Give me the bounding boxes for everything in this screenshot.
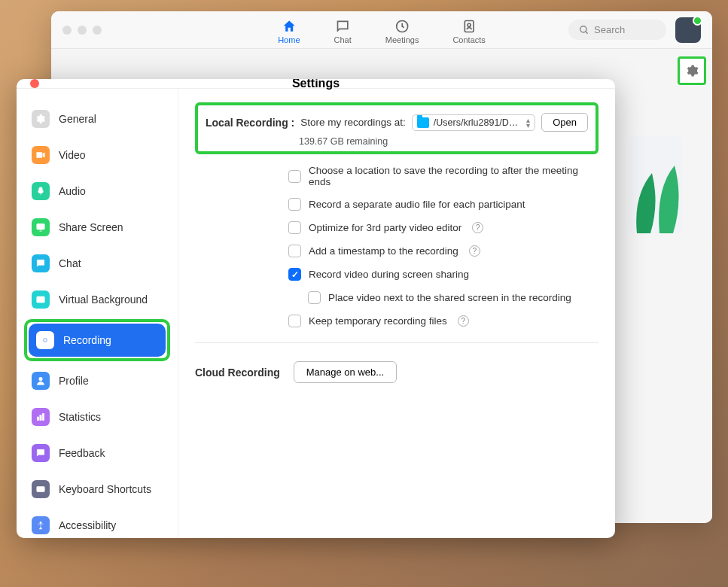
checkbox-timestamp[interactable] bbox=[288, 245, 301, 257]
settings-content: Local Recording : Store my recordings at… bbox=[178, 89, 615, 538]
gear-icon bbox=[685, 64, 699, 78]
chat-icon bbox=[32, 254, 50, 272]
general-icon bbox=[32, 110, 50, 128]
minimize-dot-disabled bbox=[78, 26, 87, 35]
svg-point-3 bbox=[580, 26, 586, 32]
option-place-video-next: Place video next to the shared screen in… bbox=[195, 291, 599, 304]
tab-label: Chat bbox=[334, 35, 352, 44]
tab-chat[interactable]: Chat bbox=[334, 16, 352, 44]
sidebar-item-chat[interactable]: Chat bbox=[24, 247, 170, 280]
option-timestamp: Add a timestamp to the recording? bbox=[195, 245, 599, 257]
dropdown-chevrons-icon: ▴▾ bbox=[526, 117, 530, 128]
checkbox-choose-location[interactable] bbox=[288, 170, 301, 183]
accessibility-icon bbox=[32, 516, 50, 534]
sidebar-item-statistics[interactable]: Statistics bbox=[24, 400, 170, 433]
virtual-background-icon bbox=[32, 290, 50, 309]
svg-rect-18 bbox=[37, 487, 45, 492]
sidebar-item-feedback[interactable]: Feedback bbox=[24, 436, 170, 470]
checkbox-place-video-next[interactable] bbox=[308, 291, 321, 304]
sidebar-item-label: Audio bbox=[59, 185, 86, 197]
sidebar-item-label: Virtual Background bbox=[59, 294, 148, 306]
sidebar-item-keyboard-shortcuts[interactable]: Keyboard Shortcuts bbox=[24, 473, 170, 506]
tab-label: Home bbox=[278, 35, 300, 44]
local-recording-section: Local Recording : Store my recordings at… bbox=[195, 102, 599, 154]
avatar[interactable] bbox=[675, 17, 701, 43]
profile-icon bbox=[32, 372, 50, 390]
open-button[interactable]: Open bbox=[541, 113, 588, 132]
cloud-recording-section: Cloud Recording Manage on web... bbox=[195, 361, 599, 383]
sidebar-item-video[interactable]: Video bbox=[24, 138, 170, 172]
sidebar-item-label: Recording bbox=[63, 334, 111, 346]
search-icon bbox=[579, 25, 589, 35]
local-recording-label: Local Recording : bbox=[206, 117, 294, 129]
sidebar-item-share-screen[interactable]: Share Screen bbox=[24, 211, 170, 244]
sidebar-item-label: Feedback bbox=[59, 447, 105, 459]
option-label: Optimize for 3rd party video editor bbox=[309, 222, 461, 233]
sidebar-item-label: General bbox=[59, 113, 96, 125]
svg-rect-6 bbox=[37, 224, 45, 230]
tab-meetings[interactable]: Meetings bbox=[385, 16, 419, 44]
help-icon[interactable]: ? bbox=[472, 222, 483, 233]
tab-contacts[interactable]: Contacts bbox=[452, 16, 485, 44]
decorative-image bbox=[629, 135, 682, 233]
checkbox-separate-audio[interactable] bbox=[288, 198, 301, 211]
svg-point-16 bbox=[40, 452, 41, 452]
statistics-icon bbox=[32, 408, 50, 426]
recording-path-picker[interactable]: /Users/krlu2891/Docum… ▴▾ bbox=[412, 114, 535, 131]
help-icon[interactable]: ? bbox=[458, 315, 469, 327]
option-record-video-share: Record video during screen sharing bbox=[195, 268, 599, 281]
checkbox-record-video-share[interactable] bbox=[288, 268, 301, 281]
settings-body: GeneralVideoAudioShare ScreenChatVirtual… bbox=[17, 89, 615, 538]
folder-icon bbox=[417, 117, 429, 128]
sidebar-item-label: Chat bbox=[59, 257, 81, 269]
svg-point-19 bbox=[40, 522, 41, 523]
svg-point-10 bbox=[44, 339, 47, 342]
search-input[interactable]: Search bbox=[568, 20, 666, 40]
option-label: Add a timestamp to the recording bbox=[309, 245, 458, 257]
option-label: Choose a location to save the recording … bbox=[309, 165, 599, 187]
sidebar-item-general[interactable]: General bbox=[24, 102, 170, 135]
option-label: Keep temporary recording files bbox=[309, 315, 447, 327]
tab-label: Meetings bbox=[385, 35, 419, 44]
tab-label: Contacts bbox=[452, 35, 485, 44]
audio-icon bbox=[32, 182, 50, 200]
checkbox-optimize-3rd[interactable] bbox=[288, 221, 301, 234]
settings-gear-button[interactable] bbox=[678, 56, 706, 85]
svg-point-2 bbox=[468, 23, 471, 26]
settings-titlebar: Settings bbox=[17, 79, 615, 89]
highlight-box: Recording bbox=[24, 319, 170, 361]
feedback-icon bbox=[32, 444, 50, 462]
svg-rect-14 bbox=[42, 413, 44, 420]
manage-on-web-button[interactable]: Manage on web... bbox=[294, 361, 397, 383]
sidebar-item-accessibility[interactable]: Accessibility bbox=[24, 509, 170, 538]
cloud-recording-label: Cloud Recording bbox=[195, 366, 280, 379]
meetings-icon bbox=[394, 19, 410, 34]
tab-home[interactable]: Home bbox=[278, 16, 300, 44]
recording-path-text: /Users/krlu2891/Docum… bbox=[434, 117, 522, 128]
zoom-dot-disabled bbox=[93, 26, 102, 35]
sidebar-item-label: Share Screen bbox=[59, 221, 123, 233]
close-button[interactable] bbox=[30, 79, 39, 88]
store-recordings-label: Store my recordings at: bbox=[300, 117, 406, 128]
sidebar-item-profile[interactable]: Profile bbox=[24, 364, 170, 397]
main-tabs: HomeChatMeetingsContacts bbox=[278, 16, 486, 44]
sidebar-item-audio[interactable]: Audio bbox=[24, 175, 170, 208]
main-titlebar: HomeChatMeetingsContacts Search bbox=[51, 11, 712, 49]
checkbox-keep-temp[interactable] bbox=[288, 315, 301, 327]
option-label: Place video next to the shared screen in… bbox=[328, 292, 571, 303]
traffic-lights bbox=[62, 26, 102, 35]
svg-point-17 bbox=[41, 452, 42, 452]
svg-line-4 bbox=[586, 31, 588, 33]
svg-point-15 bbox=[39, 452, 40, 452]
help-icon[interactable]: ? bbox=[469, 245, 480, 257]
chat-icon bbox=[335, 19, 350, 34]
sidebar-item-recording[interactable]: Recording bbox=[29, 324, 166, 357]
option-label: Record a separate audio file for each pa… bbox=[309, 199, 525, 210]
option-optimize-3rd: Optimize for 3rd party video editor? bbox=[195, 221, 599, 234]
sidebar-item-virtual-background[interactable]: Virtual Background bbox=[24, 283, 170, 316]
video-icon bbox=[32, 146, 50, 164]
option-choose-location: Choose a location to save the recording … bbox=[195, 165, 599, 187]
storage-remaining: 139.67 GB remaining bbox=[299, 136, 588, 147]
option-keep-temp: Keep temporary recording files? bbox=[195, 315, 599, 327]
option-label: Record video during screen sharing bbox=[309, 269, 469, 280]
